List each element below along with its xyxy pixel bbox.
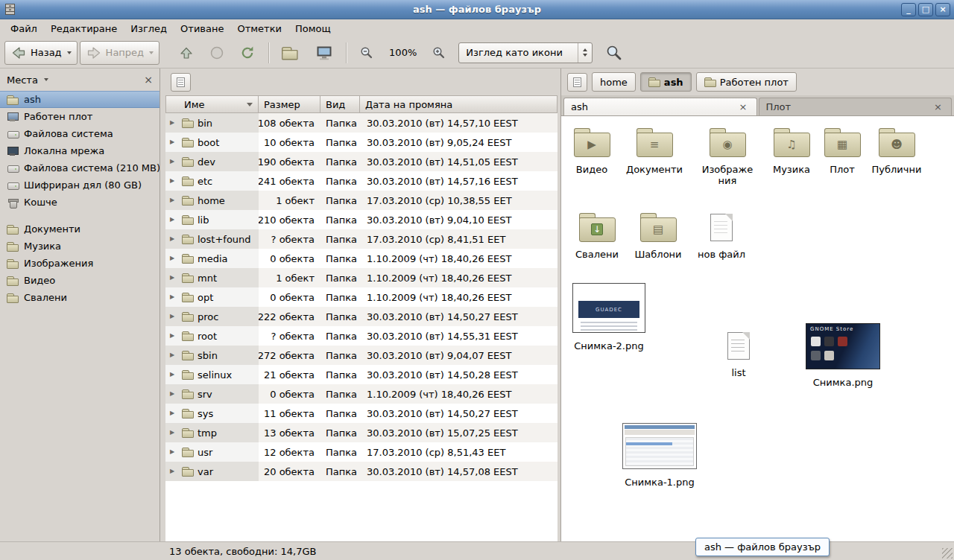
table-row[interactable]: srv 0 обекта Папка 1.10.2009 (чт) 18,40,… xyxy=(165,384,557,404)
table-row[interactable]: etc 241 обекта Папка 30.03.2010 (вт) 14,… xyxy=(165,171,557,191)
sidebar-item[interactable]: Видео xyxy=(0,272,159,289)
view-mode-select[interactable]: Изглед като икони xyxy=(458,42,593,63)
tab-close-icon[interactable]: × xyxy=(932,101,944,112)
resize-grip[interactable] xyxy=(942,548,953,559)
location-toggle-button[interactable] xyxy=(171,73,191,92)
expander-icon[interactable] xyxy=(170,314,178,319)
column-header-size[interactable]: Размер xyxy=(259,95,320,113)
menu-item[interactable]: Отметки xyxy=(230,21,288,36)
table-row[interactable]: boot 10 обекта Папка 30.03.2010 (вт) 9,0… xyxy=(165,133,557,152)
expander-icon[interactable] xyxy=(170,468,178,474)
sidebar-item[interactable]: Документи xyxy=(0,220,159,238)
sidebar-header[interactable]: Места × xyxy=(0,69,159,91)
expander-icon[interactable] xyxy=(170,159,178,165)
minimize-button[interactable]: _ xyxy=(901,3,916,16)
close-button[interactable]: × xyxy=(935,3,950,16)
path-button-home[interactable]: home xyxy=(592,72,636,92)
menu-item[interactable]: Помощ xyxy=(288,21,338,36)
expander-icon[interactable] xyxy=(170,430,178,436)
tab-ash[interactable]: ash × xyxy=(563,98,757,115)
table-row[interactable]: proc 222 обекта Папка 30.03.2010 (вт) 14… xyxy=(165,307,557,326)
maximize-button[interactable]: □ xyxy=(918,3,933,16)
home-button[interactable] xyxy=(276,41,300,65)
icon-view[interactable]: ▶ Видео ≡ Документи ◉ Изображения ♫ xyxy=(561,116,954,541)
sidebar-close-icon[interactable]: × xyxy=(144,74,153,85)
sidebar-item[interactable]: Шифриран дял (80 GB) xyxy=(0,176,159,194)
sidebar-item[interactable]: Музика xyxy=(0,238,159,255)
zoom-in-button[interactable] xyxy=(426,41,452,65)
menu-item[interactable]: Изглед xyxy=(124,21,174,36)
sidebar-item[interactable]: Изображения xyxy=(0,255,159,272)
tab-plot[interactable]: Плот × xyxy=(759,98,953,115)
image-item-snimka-1[interactable]: Снимка-1.png xyxy=(619,423,700,488)
table-row[interactable]: sbin 272 обекта Папка 30.03.2010 (вт) 9,… xyxy=(165,346,557,365)
expander-icon[interactable] xyxy=(170,410,178,416)
expander-icon[interactable] xyxy=(170,275,178,281)
image-item-snimka-2[interactable]: GUADEC Снимка-2.png xyxy=(570,283,648,351)
reload-button[interactable] xyxy=(233,41,262,65)
table-row[interactable]: media 0 обекта Папка 1.10.2009 (чт) 18,4… xyxy=(165,249,557,268)
table-row[interactable]: home 1 обект Папка 17.03.2010 (ср) 10,38… xyxy=(165,191,557,210)
expander-icon[interactable] xyxy=(170,372,178,378)
pane-splitter[interactable] xyxy=(160,69,165,541)
table-row[interactable]: selinux 21 обекта Папка 30.03.2010 (вт) … xyxy=(165,365,557,384)
file-item-list[interactable]: list xyxy=(712,332,765,378)
expander-icon[interactable] xyxy=(170,236,178,242)
folder-item-documents[interactable]: ≡ Документи xyxy=(626,128,683,175)
folder-item-downloads[interactable]: ↓ Свалени xyxy=(569,213,625,260)
table-row[interactable]: var 20 обекта Папка 30.03.2010 (вт) 14,5… xyxy=(165,462,557,481)
expander-icon[interactable] xyxy=(170,449,178,455)
table-row[interactable]: root ? обекта Папка 30.03.2010 (вт) 14,5… xyxy=(165,326,557,346)
up-button[interactable] xyxy=(172,41,200,65)
location-toggle-button[interactable] xyxy=(567,73,587,92)
table-row[interactable]: opt 0 обекта Папка 1.10.2009 (чт) 18,40,… xyxy=(165,287,557,307)
menu-item[interactable]: Отиване xyxy=(174,21,230,36)
forward-button[interactable]: Напред xyxy=(80,41,159,65)
table-row[interactable]: sys 11 обекта Папка 30.03.2010 (вт) 14,5… xyxy=(165,404,557,423)
expander-icon[interactable] xyxy=(170,255,178,261)
column-header-type[interactable]: Вид xyxy=(320,95,360,113)
column-header-modified[interactable]: Дата на промяна xyxy=(360,95,557,113)
table-row[interactable]: tmp 13 обекта Папка 30.03.2010 (вт) 15,0… xyxy=(165,423,557,442)
chevron-down-icon[interactable] xyxy=(44,78,48,81)
zoom-out-button[interactable] xyxy=(353,41,380,65)
zoom-level[interactable]: 100% xyxy=(382,47,423,58)
sidebar-item[interactable]: Файлова система (210 MB) xyxy=(0,159,159,176)
expander-icon[interactable] xyxy=(170,294,178,300)
expander-icon[interactable] xyxy=(170,197,178,203)
back-button[interactable]: Назад xyxy=(4,41,78,65)
folder-item-desktop[interactable]: ▦ Плот xyxy=(814,128,871,175)
computer-button[interactable] xyxy=(309,41,339,65)
menu-item[interactable]: Файл xyxy=(4,21,44,36)
titlebar[interactable]: ash — файлов браузър _ □ × xyxy=(0,0,954,19)
path-button-desktop[interactable]: Работен плот xyxy=(696,72,797,92)
sidebar-item[interactable]: Свалени xyxy=(0,289,159,306)
expander-icon[interactable] xyxy=(170,120,178,126)
expander-icon[interactable] xyxy=(170,391,178,397)
sidebar-item[interactable]: ash xyxy=(0,91,159,108)
path-button-current[interactable]: ash xyxy=(640,72,692,92)
folder-item-templates[interactable]: ▤ Шаблони xyxy=(630,213,686,260)
table-row[interactable]: dev 190 обекта Папка 30.03.2010 (вт) 14,… xyxy=(165,152,557,171)
folder-item-pictures[interactable]: ◉ Изображения xyxy=(699,128,756,186)
back-history-chevron-icon[interactable] xyxy=(67,51,72,54)
search-button[interactable] xyxy=(599,41,629,65)
column-header-name[interactable]: Име xyxy=(165,95,259,113)
expander-icon[interactable] xyxy=(170,217,178,223)
expander-icon[interactable] xyxy=(170,178,178,184)
expander-icon[interactable] xyxy=(170,333,178,339)
folder-item-music[interactable]: ♫ Музика xyxy=(763,128,820,175)
image-item-snimka[interactable]: GNOME Store Снимка.png xyxy=(803,323,883,388)
folder-item-video[interactable]: ▶ Видео xyxy=(563,128,620,175)
tab-close-icon[interactable]: × xyxy=(737,101,750,112)
table-row[interactable]: mnt 1 обект Папка 1.10.2009 (чт) 18,40,2… xyxy=(165,268,557,287)
expander-icon[interactable] xyxy=(170,352,178,358)
table-row[interactable]: usr 12 обекта Папка 17.03.2010 (ср) 8,51… xyxy=(165,442,557,462)
table-row[interactable]: bin 108 обекта Папка 30.03.2010 (вт) 14,… xyxy=(165,113,557,133)
expander-icon[interactable] xyxy=(170,139,178,145)
sidebar-item[interactable]: Локална мрежа xyxy=(0,142,159,159)
table-row[interactable]: lost+found ? обекта Папка 17.03.2010 (ср… xyxy=(165,229,557,249)
combo-spinner-icon[interactable] xyxy=(578,43,592,63)
sidebar-item[interactable]: Файлова система xyxy=(0,125,159,142)
sidebar-item[interactable]: Кошче xyxy=(0,194,159,211)
